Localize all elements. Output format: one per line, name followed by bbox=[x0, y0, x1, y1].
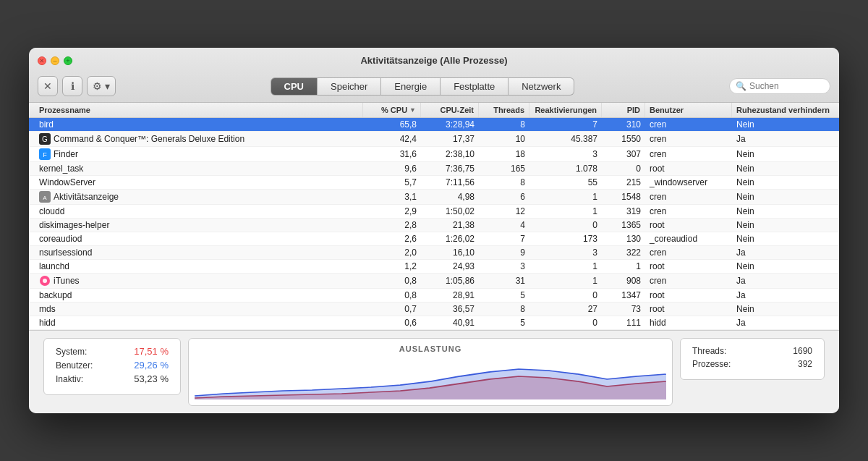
td-reakt: 1 bbox=[529, 205, 602, 218]
td-threads: 5 bbox=[479, 289, 529, 302]
table-row[interactable]: cloudd2,91:50,02121319crenNein bbox=[29, 205, 839, 219]
tab-energie[interactable]: Energie bbox=[381, 77, 441, 96]
cpu-chart bbox=[195, 356, 666, 399]
table-row[interactable]: bird65,83:28,9487310crenNein bbox=[29, 118, 839, 132]
search-input[interactable] bbox=[749, 81, 824, 91]
benutzer-label: Benutzer: bbox=[56, 360, 93, 371]
td-benutzer: cren bbox=[645, 147, 732, 161]
prozesse-label: Prozesse: bbox=[692, 359, 731, 369]
td-reakt: 173 bbox=[529, 232, 602, 245]
td-reakt: 1.078 bbox=[529, 162, 602, 175]
td-cpu: 0,8 bbox=[363, 274, 421, 288]
table-row[interactable]: coreaudiod2,61:26,027173130_coreaudiodNe… bbox=[29, 232, 839, 246]
col-prozessname[interactable]: Prozessname bbox=[35, 103, 363, 117]
td-threads: 3 bbox=[479, 260, 529, 273]
td-threads: 7 bbox=[479, 232, 529, 245]
td-name: backupd bbox=[35, 289, 363, 302]
table-row[interactable]: diskimages-helper2,821,38401365rootNein bbox=[29, 219, 839, 232]
td-ruhezustand: Nein bbox=[732, 303, 833, 316]
prozesse-value: 392 bbox=[798, 359, 812, 369]
td-benutzer: root bbox=[645, 303, 732, 316]
td-threads: 4 bbox=[479, 219, 529, 232]
td-ruhezustand: Ja bbox=[732, 274, 833, 288]
col-cpuzeit[interactable]: CPU-Zeit bbox=[421, 103, 479, 117]
td-threads: 18 bbox=[479, 147, 529, 161]
col-threads[interactable]: Threads bbox=[479, 103, 529, 117]
col-cpu[interactable]: % CPU ▼ bbox=[363, 103, 421, 117]
system-stat-row: System: 17,51 % bbox=[56, 346, 169, 357]
td-reakt: 1 bbox=[529, 260, 602, 273]
td-reakt: 27 bbox=[529, 303, 602, 316]
td-ruhezustand: Ja bbox=[732, 289, 833, 302]
table-row[interactable]: WindowServer5,77:11,56855215_windowserve… bbox=[29, 176, 839, 190]
main-window: ✕ – + Aktivitätsanzeige (Alle Prozesse) … bbox=[29, 48, 839, 413]
gear-button[interactable]: ⚙ ▾ bbox=[87, 76, 116, 96]
td-ruhezustand: Nein bbox=[732, 190, 833, 204]
tabs-group: CPU Speicher Energie Festplatte Netzwerk bbox=[122, 77, 723, 96]
chart-panel: AUSLASTUNG bbox=[188, 338, 673, 406]
td-pid: 1365 bbox=[602, 219, 645, 232]
td-cpu: 42,4 bbox=[363, 132, 421, 146]
td-benutzer: root bbox=[645, 289, 732, 302]
inaktiv-label: Inaktiv: bbox=[56, 374, 83, 384]
td-benutzer: _coreaudiod bbox=[645, 232, 732, 245]
table-row[interactable]: kernel_task9,67:36,751651.0780rootNein bbox=[29, 162, 839, 176]
process-icon bbox=[39, 275, 51, 287]
svg-text:G: G bbox=[42, 135, 48, 143]
td-cpu: 2,6 bbox=[363, 232, 421, 245]
td-name: cloudd bbox=[35, 205, 363, 218]
table-row[interactable]: iTunes0,81:05,86311908crenJa bbox=[29, 274, 839, 289]
tab-netzwerk[interactable]: Netzwerk bbox=[509, 77, 574, 96]
bottom-panel: System: 17,51 % Benutzer: 29,26 % Inakti… bbox=[29, 330, 839, 413]
col-pid[interactable]: PID bbox=[602, 103, 645, 117]
table-body: bird65,83:28,9487310crenNeinGCommand & C… bbox=[29, 118, 839, 330]
td-threads: 9 bbox=[479, 246, 529, 259]
td-benutzer: cren bbox=[645, 246, 732, 259]
tab-speicher[interactable]: Speicher bbox=[318, 77, 381, 96]
stop-button[interactable]: ✕ bbox=[38, 76, 58, 96]
titlebar: ✕ – + Aktivitätsanzeige (Alle Prozesse) … bbox=[29, 48, 839, 103]
close-button[interactable]: ✕ bbox=[38, 56, 46, 65]
td-reakt: 0 bbox=[529, 289, 602, 302]
td-name: AAktivitätsanzeige bbox=[35, 190, 363, 204]
tab-cpu[interactable]: CPU bbox=[271, 77, 318, 96]
td-ruhezustand: Nein bbox=[732, 118, 833, 131]
table-header: Prozessname % CPU ▼ CPU-Zeit Threads Rea… bbox=[29, 103, 839, 118]
col-ruhezustand[interactable]: Ruhezustand verhindern bbox=[732, 103, 833, 117]
td-pid: 1347 bbox=[602, 289, 645, 302]
table-row[interactable]: launchd1,224,93311rootNein bbox=[29, 260, 839, 274]
td-reakt: 1 bbox=[529, 274, 602, 288]
col-benutzer[interactable]: Benutzer bbox=[645, 103, 732, 117]
system-label: System: bbox=[56, 347, 87, 357]
table-row[interactable]: backupd0,828,91501347rootJa bbox=[29, 289, 839, 303]
table-row[interactable]: nsurlsessiond2,016,1093322crenJa bbox=[29, 246, 839, 260]
table-row[interactable]: FFinder31,62:38,10183307crenNein bbox=[29, 147, 839, 162]
td-cpuzeit: 21,38 bbox=[421, 219, 479, 232]
td-name: launchd bbox=[35, 260, 363, 273]
td-pid: 215 bbox=[602, 176, 645, 189]
td-name: mds bbox=[35, 303, 363, 316]
minimize-button[interactable]: – bbox=[51, 56, 59, 65]
tab-festplatte[interactable]: Festplatte bbox=[441, 77, 509, 96]
col-reakt[interactable]: Reaktivierungen bbox=[529, 103, 602, 117]
maximize-button[interactable]: + bbox=[64, 56, 72, 65]
td-ruhezustand: Nein bbox=[732, 232, 833, 245]
titlebar-top: ✕ – + Aktivitätsanzeige (Alle Prozesse) bbox=[38, 55, 830, 66]
search-box[interactable]: 🔍 bbox=[729, 78, 830, 94]
table-row[interactable]: AAktivitätsanzeige3,14,98611548crenNein bbox=[29, 190, 839, 205]
table-row[interactable]: GCommand & Conquer™: Generals Deluxe Edi… bbox=[29, 132, 839, 147]
td-reakt: 0 bbox=[529, 219, 602, 232]
benutzer-value: 29,26 % bbox=[134, 360, 169, 371]
td-pid: 1550 bbox=[602, 132, 645, 146]
td-ruhezustand: Nein bbox=[732, 147, 833, 161]
td-ruhezustand: Ja bbox=[732, 316, 833, 329]
td-name: kernel_task bbox=[35, 162, 363, 175]
td-threads: 165 bbox=[479, 162, 529, 175]
td-ruhezustand: Nein bbox=[732, 260, 833, 273]
td-reakt: 3 bbox=[529, 246, 602, 259]
table-row[interactable]: mds0,736,5782773rootNein bbox=[29, 303, 839, 316]
chart-label: AUSLASTUNG bbox=[399, 344, 461, 353]
inaktiv-stat-row: Inaktiv: 53,23 % bbox=[56, 373, 169, 384]
info-button[interactable]: ℹ bbox=[62, 76, 82, 96]
table-row[interactable]: hidd0,640,9150111hiddJa bbox=[29, 316, 839, 330]
